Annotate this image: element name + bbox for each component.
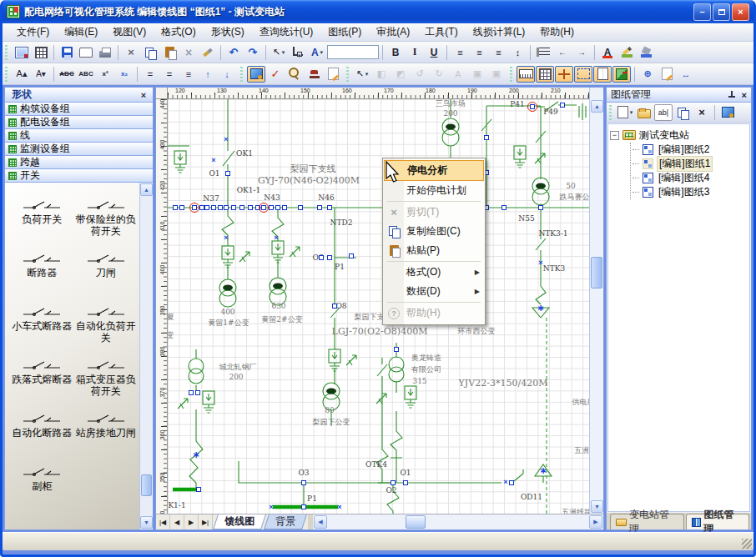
shape-item[interactable]: 自动化负荷开关	[74, 301, 139, 351]
toolbar-button[interactable]	[714, 105, 715, 120]
grid-toggle-button[interactable]	[536, 66, 554, 83]
canvas-horizontal-scrollbar[interactable]: ◀ ▶	[308, 514, 603, 529]
shapes-panel-close-icon[interactable]: ×	[138, 90, 149, 100]
flip-vertical-button[interactable]: ◩	[391, 66, 410, 83]
menu-item[interactable]: 查询统计(U)	[252, 23, 321, 42]
menu-item[interactable]: 形状(S)	[204, 23, 252, 42]
rename-drawing-button[interactable]: ab|	[654, 104, 673, 121]
glue-toggle-button[interactable]	[574, 66, 592, 83]
feeder-diagram-button[interactable]	[13, 44, 31, 61]
stamp-button[interactable]	[305, 66, 323, 83]
line-spacing-15-button[interactable]: =	[160, 66, 179, 83]
highlight-color-button[interactable]	[617, 44, 636, 61]
shape-properties-button[interactable]	[658, 66, 676, 83]
print-button[interactable]	[96, 44, 114, 61]
menu-item[interactable]: 帮助(H)	[532, 23, 582, 42]
shape-group-bar[interactable]: 线	[5, 129, 153, 143]
save-button[interactable]	[58, 44, 76, 61]
rotate-left-button[interactable]: ↺	[411, 66, 429, 83]
tree-root-row[interactable]: − 测试变电站	[610, 128, 748, 143]
undo-button[interactable]: ↶	[224, 44, 243, 61]
scroll-thumb[interactable]	[406, 515, 426, 529]
tree-collapse-icon[interactable]: −	[610, 131, 619, 140]
menu-item[interactable]: 图纸(P)	[320, 23, 369, 42]
shape-group-bar[interactable]: 跨越	[5, 156, 153, 169]
shape-item[interactable]: 小车式断路器	[10, 301, 74, 351]
open-drawing-button[interactable]	[635, 104, 653, 121]
outdent-button[interactable]: ←	[553, 44, 572, 61]
text-tool-button[interactable]: A	[308, 44, 326, 61]
sheet-tab[interactable]: 馈线图	[213, 514, 266, 529]
font-color-button[interactable]: A	[598, 44, 617, 61]
menu-item[interactable]: 文件(F)	[9, 23, 57, 42]
scroll-down-icon[interactable]: ▼	[591, 500, 603, 513]
last-sheet-button[interactable]: ▶|	[199, 514, 213, 529]
menu-item[interactable]: 视图(V)	[105, 23, 154, 42]
scroll-up-icon[interactable]: ▲	[140, 183, 153, 196]
sheet-tab[interactable]: 背景	[264, 514, 307, 529]
pointer-tool-button[interactable]: ↖	[270, 44, 288, 61]
toolbar-button[interactable]	[265, 45, 266, 60]
context-menu-item[interactable]: 剪切(T)	[384, 203, 484, 222]
paste-button[interactable]	[160, 44, 179, 61]
shape-group-bar[interactable]: 配电设备组	[5, 116, 153, 129]
rotate-text-button[interactable]: A	[449, 66, 467, 83]
delete-button[interactable]	[179, 44, 198, 61]
restore-button[interactable]	[713, 3, 730, 21]
shape-item[interactable]: 带保险丝的负荷开关	[74, 194, 139, 244]
new-drawing-button[interactable]	[616, 104, 634, 121]
panel-tab[interactable]: 变电站管理	[610, 514, 684, 529]
align-left-button[interactable]: ≡	[451, 44, 469, 61]
connector-tool-button[interactable]	[289, 44, 307, 61]
bold-button[interactable]: B	[386, 44, 405, 61]
shape-item[interactable]: 负荷开关	[10, 194, 74, 244]
resize-grip-icon[interactable]	[742, 539, 752, 549]
copy-drawing-button[interactable]	[673, 104, 692, 121]
multi-select-button[interactable]: ↖	[353, 66, 371, 83]
toolbar-button[interactable]	[446, 45, 447, 60]
shape-item[interactable]: 箱式变压器负荷开关	[74, 354, 139, 404]
vertical-text-button[interactable]: ↕	[508, 44, 527, 61]
rotate-right-button[interactable]: ↻	[430, 66, 448, 83]
prev-sheet-button[interactable]: ◀	[170, 514, 184, 529]
scroll-left-icon[interactable]: ◀	[314, 515, 327, 529]
fill-color-button[interactable]	[637, 44, 655, 61]
first-sheet-button[interactable]: |◀	[156, 514, 170, 529]
toolbar-button[interactable]	[345, 67, 350, 82]
bullets-button[interactable]	[534, 44, 552, 61]
runtime-view-button[interactable]	[247, 66, 265, 83]
underline-button[interactable]: U	[425, 44, 443, 61]
approve-button[interactable]	[266, 66, 285, 83]
align-center-button[interactable]: ≡	[470, 44, 488, 61]
scroll-right-icon[interactable]: ▶	[589, 515, 602, 529]
station-sync-button[interactable]	[718, 104, 737, 121]
shapes-scrollbar[interactable]: ▲ ▼	[139, 183, 153, 529]
redo-button[interactable]: ↷	[244, 44, 262, 61]
tree-drawing-row[interactable]: [编辑]图纸2	[631, 143, 748, 157]
shape-group-bar[interactable]: 开关	[5, 169, 153, 183]
guides-toggle-button[interactable]	[555, 66, 573, 83]
toolbar-button[interactable]	[53, 45, 54, 60]
delete-drawing-button[interactable]: ×	[693, 104, 711, 121]
toolbar-button[interactable]	[53, 67, 54, 82]
scroll-thumb[interactable]	[141, 474, 152, 496]
menu-item[interactable]: 编辑(E)	[57, 23, 105, 42]
text-style-field[interactable]	[327, 45, 379, 59]
menu-item[interactable]: 工具(T)	[417, 23, 465, 42]
shape-item[interactable]: 跌落式熔断器	[10, 354, 74, 404]
menu-item[interactable]: 审批(A)	[369, 23, 417, 42]
report-table-button[interactable]	[32, 44, 50, 61]
shape-item[interactable]: 站房接地刀闸	[74, 408, 139, 458]
cut-button[interactable]	[122, 44, 140, 61]
pin-icon[interactable]	[728, 91, 735, 99]
subscript-button[interactable]: x₂	[115, 66, 134, 83]
bring-to-front-button[interactable]: ▣	[468, 66, 486, 83]
format-painter-button[interactable]	[199, 44, 217, 61]
context-menu-item[interactable]: 格式(O) ▶	[384, 263, 484, 282]
shape-item[interactable]: 断路器	[10, 248, 74, 298]
edit-note-button[interactable]	[324, 66, 342, 83]
font-increase-button[interactable]: A▴	[13, 66, 31, 83]
align-right-button[interactable]: ≡	[489, 44, 507, 61]
line-spacing-single-button[interactable]: =	[141, 66, 159, 83]
pan-zoom-button[interactable]: ⊕	[638, 66, 657, 83]
